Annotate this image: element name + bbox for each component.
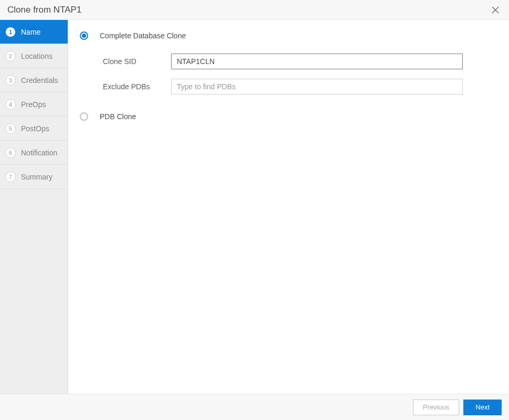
clone-sid-label: Clone SID [103, 57, 171, 66]
next-button[interactable]: Next [463, 400, 502, 415]
step-number: 7 [5, 172, 16, 182]
step-preops[interactable]: 4 PreOps [0, 92, 68, 117]
complete-clone-fields: Clone SID Exclude PDBs [103, 54, 490, 94]
step-number: 1 [5, 27, 16, 37]
step-label: PostOps [21, 124, 49, 133]
dialog-title: Clone from NTAP1 [7, 5, 81, 15]
clone-type-complete-row: Complete Database Clone [80, 32, 490, 40]
exclude-pdbs-input[interactable] [171, 79, 463, 94]
step-number: 6 [5, 148, 16, 158]
exclude-pdbs-row: Exclude PDBs [103, 79, 490, 94]
step-label: Credentials [21, 76, 58, 85]
step-number: 3 [5, 75, 16, 86]
radio-dot-icon [82, 34, 86, 38]
step-postops[interactable]: 5 PostOps [0, 117, 68, 141]
radio-complete-clone[interactable] [80, 32, 88, 40]
dialog-footer: Previous Next [0, 394, 509, 420]
step-name[interactable]: 1 Name [0, 20, 68, 44]
step-label: Summary [21, 173, 52, 181]
dialog-body: 1 Name 2 Locations 3 Credentials 4 PreOp… [0, 20, 509, 394]
step-number: 4 [5, 99, 16, 110]
wizard-content: Complete Database Clone Clone SID Exclud… [68, 20, 509, 394]
wizard-sidebar: 1 Name 2 Locations 3 Credentials 4 PreOp… [0, 20, 68, 394]
close-button[interactable] [489, 4, 502, 16]
close-icon [492, 6, 499, 14]
step-label: Name [21, 28, 40, 36]
step-label: PreOps [21, 100, 46, 109]
exclude-pdbs-label: Exclude PDBs [103, 82, 171, 91]
radio-pdb-clone-label: PDB Clone [100, 112, 136, 121]
step-notification[interactable]: 6 Notification [0, 141, 68, 165]
step-label: Locations [21, 52, 52, 60]
step-number: 5 [5, 123, 16, 134]
previous-button[interactable]: Previous [413, 400, 460, 415]
step-summary[interactable]: 7 Summary [0, 165, 68, 189]
clone-type-pdb-row: PDB Clone [80, 112, 490, 121]
clone-sid-row: Clone SID [103, 54, 490, 69]
step-number: 2 [5, 51, 16, 61]
step-label: Notification [21, 149, 57, 157]
step-locations[interactable]: 2 Locations [0, 44, 68, 68]
dialog-header: Clone from NTAP1 [0, 0, 509, 20]
clone-sid-input[interactable] [171, 54, 463, 69]
radio-pdb-clone[interactable] [80, 112, 88, 121]
radio-complete-clone-label: Complete Database Clone [100, 32, 186, 40]
step-credentials[interactable]: 3 Credentials [0, 68, 68, 92]
